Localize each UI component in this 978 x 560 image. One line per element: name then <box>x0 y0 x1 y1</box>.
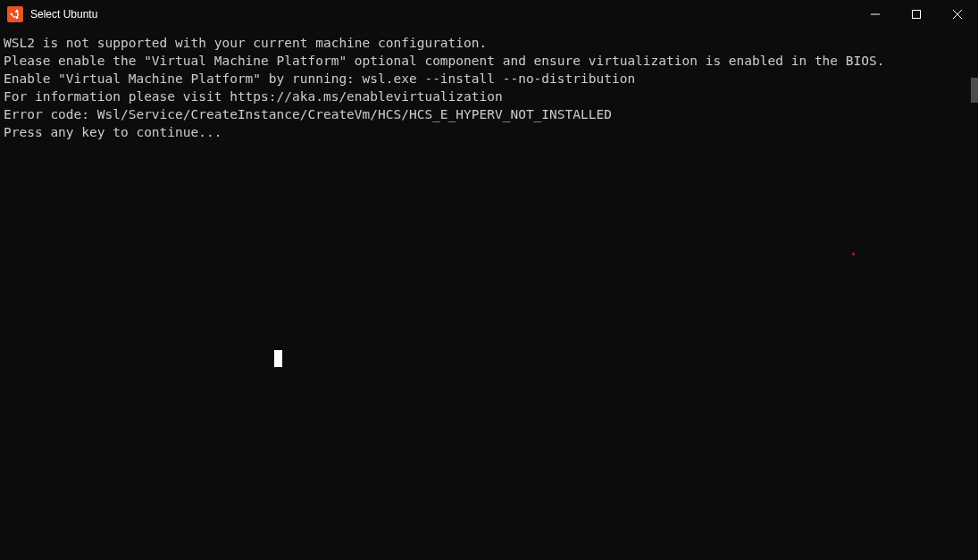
terminal-output[interactable]: WSL2 is not supported with your current … <box>0 29 978 560</box>
svg-rect-4 <box>913 11 921 19</box>
terminal-line: Press any key to continue... <box>4 123 974 141</box>
text-cursor <box>274 350 282 367</box>
marker-dot <box>852 253 855 255</box>
terminal-line: Enable "Virtual Machine Platform" by run… <box>4 70 974 88</box>
titlebar-left: Select Ubuntu <box>0 6 97 22</box>
minimize-button[interactable] <box>855 0 896 29</box>
svg-point-0 <box>11 13 13 16</box>
ubuntu-icon <box>7 6 23 22</box>
window-controls <box>855 0 978 29</box>
maximize-button[interactable] <box>896 0 937 29</box>
close-button[interactable] <box>937 0 978 29</box>
terminal-line: WSL2 is not supported with your current … <box>4 34 974 52</box>
window-titlebar[interactable]: Select Ubuntu <box>0 0 978 29</box>
terminal-line: Error code: Wsl/Service/CreateInstance/C… <box>4 105 974 123</box>
scrollbar-thumb[interactable] <box>971 78 978 103</box>
terminal-line: Please enable the "Virtual Machine Platf… <box>4 52 974 70</box>
terminal-line: For information please visit https://aka… <box>4 88 974 105</box>
window-title: Select Ubuntu <box>30 8 97 21</box>
